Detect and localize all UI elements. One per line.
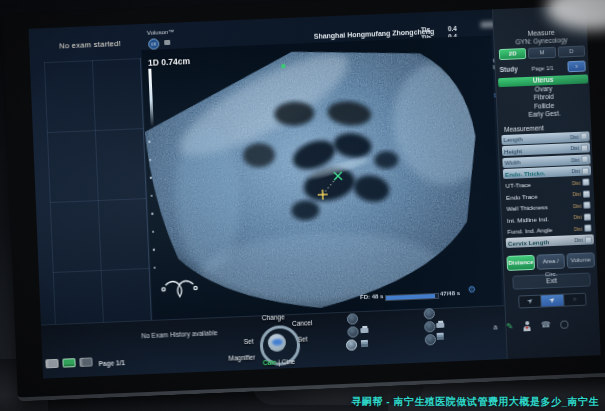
save-icon: [437, 333, 444, 340]
printer-icon: [436, 323, 444, 328]
clipboard-page-label: Page 1/1: [98, 359, 125, 367]
checkbox[interactable]: [584, 224, 591, 231]
fan-sector: [142, 35, 503, 321]
volume-button[interactable]: Volume: [566, 252, 595, 268]
trackball-right-label: Set: [298, 335, 308, 342]
measurement-row-cervix-length[interactable]: Cervix Length Dist: [506, 234, 594, 248]
monitor-bezel: No exam started! Voluson™ GE Shanghai Ho…: [2, 0, 605, 402]
ultrasound-image-area[interactable]: [142, 35, 503, 321]
checkbox[interactable]: [581, 144, 588, 151]
distance-button[interactable]: Distance: [506, 255, 535, 271]
checkbox[interactable]: [585, 236, 592, 243]
layout-grid-icon[interactable]: [79, 357, 92, 367]
text-annotation-icon[interactable]: a: [493, 322, 497, 332]
separator: |: [278, 359, 280, 366]
watermark-text: 寻嗣帮 - 南宁生殖医院做试管费用大概是多少_南宁生: [352, 395, 599, 409]
status-message: No exam started!: [59, 39, 121, 51]
checkbox[interactable]: [580, 132, 587, 139]
calc-label: Calc: [263, 359, 277, 367]
distance-measurement-label: 1D 0.74cm: [148, 56, 190, 68]
phone-icon[interactable]: ☎: [541, 320, 551, 330]
ultrasound-image: [142, 35, 503, 321]
tab-m[interactable]: M: [528, 47, 556, 59]
study-next-page-button[interactable]: ›: [567, 61, 585, 73]
cine-right-label: 47/48 s: [440, 290, 460, 297]
study-list: Uterus Ovary Fibroid Follicle Early Gest…: [496, 74, 592, 120]
photo-of-ultrasound-monitor: No exam started! Voluson™ GE Shanghai Ho…: [0, 0, 605, 411]
trackball-left-label: Set: [244, 338, 254, 345]
trackball-top-label: Change: [262, 313, 285, 321]
study-page-label: Page 1/1: [518, 64, 568, 72]
checkbox[interactable]: [582, 167, 589, 174]
trackball-topright-label: Cancel: [292, 319, 313, 327]
trackball-bottom-label: Calc | Cine: [263, 358, 296, 366]
cine-label: Cine: [282, 358, 296, 366]
layout-single-icon[interactable]: [45, 359, 58, 369]
ultrasound-screen: No exam started! Voluson™ GE Shanghai Ho…: [29, 5, 601, 378]
patient-icon[interactable]: [522, 321, 532, 331]
measure-panel: Measure GYN: Gynecology 2D M D Study Pag…: [492, 5, 601, 359]
mode-tabs: 2D M D: [499, 46, 585, 61]
circle-select-icon[interactable]: ○: [564, 294, 586, 306]
measure-tool-buttons: Distance Area / Circ. Volume: [506, 252, 595, 271]
trackball-bottomleft-label: Magnifier: [228, 354, 255, 362]
record-circle-icon[interactable]: ◯: [560, 319, 569, 329]
gear-icon[interactable]: ⚙: [468, 284, 476, 294]
exit-button[interactable]: Exit: [512, 272, 591, 289]
printer-icon: [360, 328, 368, 333]
tab-2d[interactable]: 2D: [499, 48, 527, 60]
voluson-logo: Voluson™: [147, 29, 175, 36]
area-circ-button[interactable]: Area / Circ.: [536, 254, 565, 270]
study-label: Study: [499, 65, 517, 73]
checkbox[interactable]: [583, 190, 590, 197]
layout-grid-active-icon[interactable]: [62, 358, 75, 368]
save-icon: [361, 340, 368, 347]
tab-d[interactable]: D: [557, 46, 585, 58]
pointer-icon[interactable]: ➤: [519, 296, 542, 308]
checkbox[interactable]: [582, 178, 589, 185]
cine-left-label: FD: 48 s: [360, 293, 384, 300]
body-marker-icon: [162, 280, 198, 297]
cine-progress-fill: [386, 294, 436, 300]
ge-logo-icon: GE: [148, 38, 159, 49]
logo-chip-icon: [164, 40, 170, 45]
study-row: Study Page 1/1 ›: [499, 61, 585, 76]
clipboard-grid[interactable]: [44, 58, 153, 340]
cursor-arrow-icon[interactable]: ➤: [541, 295, 564, 307]
cursor-mode-segmented-control: ➤ ➤ ○: [518, 293, 586, 309]
checkbox[interactable]: [584, 213, 591, 220]
pencil-icon[interactable]: ✎: [506, 322, 513, 332]
checkbox[interactable]: [581, 155, 588, 162]
checkbox[interactable]: [583, 201, 590, 208]
